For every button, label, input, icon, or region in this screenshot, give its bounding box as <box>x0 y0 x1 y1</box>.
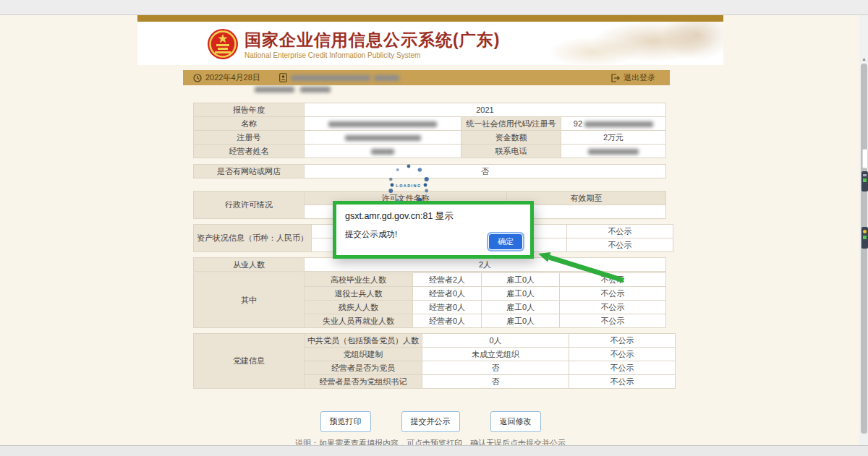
clock-icon <box>193 74 202 82</box>
field-label: 经营者姓名 <box>194 145 305 158</box>
redacted-entity-name <box>291 75 370 81</box>
report-year-value: 2021 <box>305 103 666 117</box>
site-title-block: 国家企业信用信息公示系统(广东) National Enterprise Cre… <box>244 30 500 59</box>
section-label: 行政许可情况 <box>194 192 305 219</box>
redacted-entity-name-line2 <box>255 87 294 93</box>
field-label: 统一社会信用代码/注册号 <box>461 117 561 131</box>
section-label: 其中 <box>194 273 305 328</box>
alert-dialog: gsxt.amr.gd.gov.cn:81 显示 提交公示成功! 确定 <box>333 201 534 259</box>
redacted-entity-type <box>374 75 399 81</box>
worker-count: 雇工0人 <box>482 287 560 301</box>
section-label: 党建信息 <box>194 334 305 389</box>
field-label: 退役士兵人数 <box>305 287 413 301</box>
visibility-status: 不公示 <box>569 361 676 375</box>
field-label: 名称 <box>194 117 305 131</box>
table-row: 名称 统一社会信用代码/注册号 92 <box>194 117 666 131</box>
redacted-text <box>328 121 437 127</box>
badge-green-icon <box>863 178 867 182</box>
annotation-arrow <box>527 247 635 287</box>
logged-in-entity <box>279 73 399 82</box>
field-label: 中共党员（包括预备党员）人数 <box>305 334 422 348</box>
table-row: 注册号 资金数额 2万元 <box>194 131 666 145</box>
party-info-table: 党建信息 中共党员（包括预备党员）人数 0人 不公示 党组织建制 未成立党组织 … <box>193 333 676 389</box>
field-label: 注册号 <box>194 131 305 145</box>
field-label: 经营者是否为党组织书记 <box>305 375 422 389</box>
vertical-scrollbar-thumb[interactable] <box>861 64 867 434</box>
badge-green-icon <box>863 236 867 239</box>
site-header: 国家企业信用信息公示系统(广东) National Enterprise Cre… <box>137 22 723 65</box>
visibility-status: 不公示 <box>567 225 673 238</box>
operator-count: 经营者0人 <box>413 287 482 301</box>
preview-print-button[interactable]: 预览打印 <box>320 411 371 432</box>
redacted-operator-name <box>305 145 461 158</box>
site-title: 国家企业信用信息公示系统(广东) <box>244 30 500 49</box>
capital-amount-value: 2万元 <box>561 131 666 145</box>
badge-yellow-icon <box>863 230 867 233</box>
field-label: 是否有网站或网店 <box>194 165 305 178</box>
alert-source: gsxt.amr.gd.gov.cn:81 显示 <box>345 210 522 223</box>
site-subtitle: National Enterprise Credit Information P… <box>244 51 500 59</box>
table-row: 报告年度 2021 <box>194 103 666 117</box>
return-modify-button[interactable]: 返回修改 <box>490 411 541 432</box>
table-row: 党建信息 中共党员（包括预备党员）人数 0人 不公示 <box>194 334 676 348</box>
section-label: 资产状况信息（币种：人民币） <box>194 225 312 252</box>
visibility-status: 不公示 <box>560 301 666 314</box>
field-label: 联系电话 <box>461 145 561 158</box>
operator-count: 经营者0人 <box>413 301 482 314</box>
party-value: 0人 <box>422 334 569 348</box>
redacted-text <box>588 149 639 155</box>
redacted-entity-id-line2 <box>300 87 331 93</box>
visibility-status: 不公示 <box>560 314 666 328</box>
operator-count: 经营者0人 <box>413 314 482 328</box>
operator-count: 经营者2人 <box>413 273 482 287</box>
redacted-text <box>371 149 394 155</box>
table-row: 经营者姓名 联系电话 <box>194 145 666 158</box>
window-top-strip <box>0 0 868 15</box>
party-value: 否 <box>422 361 569 375</box>
field-label: 高校毕业生人数 <box>305 273 413 287</box>
field-label: 经营者是否为党员 <box>305 361 422 375</box>
redacted-text <box>584 121 653 127</box>
extension-badge[interactable] <box>861 171 868 192</box>
field-label: 从业人数 <box>194 258 305 272</box>
loading-text: LOADING <box>396 184 421 188</box>
field-label: 党组织建制 <box>305 348 422 361</box>
visibility-status: 不公示 <box>569 375 676 389</box>
submit-publish-button[interactable]: 提交并公示 <box>401 411 460 432</box>
logout-icon <box>610 74 620 82</box>
website-value: 否 <box>305 165 666 178</box>
badge-bar-icon <box>863 174 867 176</box>
id-card-icon <box>279 73 287 82</box>
party-value: 否 <box>422 375 569 389</box>
scroll-up-arrow-icon[interactable]: ▲ <box>861 56 867 61</box>
credit-code-prefix: 92 <box>574 119 582 128</box>
redacted-company-name <box>305 117 461 131</box>
date-display: 2022年4月28日 <box>193 72 260 83</box>
visibility-status: 不公示 <box>569 348 676 361</box>
party-value: 未成立党组织 <box>422 348 569 361</box>
worker-count: 雇工0人 <box>482 301 560 314</box>
alert-ok-button[interactable]: 确定 <box>488 233 523 250</box>
visibility-status: 不公示 <box>569 334 676 348</box>
field-label: 报告年度 <box>194 103 305 117</box>
user-toolbar: 2022年4月28日 退出登录 <box>183 70 670 85</box>
field-label: 资金数额 <box>461 131 561 145</box>
visibility-status: 不公示 <box>560 287 666 301</box>
credit-code-value: 92 <box>561 117 666 131</box>
redacted-registration-no <box>305 131 461 145</box>
national-emblem-icon <box>207 28 239 60</box>
redacted-phone <box>561 145 666 158</box>
logout-button[interactable]: 退出登录 <box>610 72 655 83</box>
extension-badge[interactable] <box>861 227 868 249</box>
edge-panel-button[interactable] <box>862 149 868 168</box>
header-top-gold-bar <box>137 15 723 22</box>
current-date: 2022年4月28日 <box>205 72 260 83</box>
great-wall-backdrop-image <box>550 22 723 65</box>
window-bottom-strip <box>0 445 868 456</box>
field-label: 失业人员再就业人数 <box>305 314 413 328</box>
basic-info-table: 报告年度 2021 名称 统一社会信用代码/注册号 92 注册号 资金数额 2万… <box>193 103 666 158</box>
logout-label: 退出登录 <box>624 72 655 83</box>
worker-count: 雇工0人 <box>482 314 560 328</box>
action-button-row: 预览打印 提交并公示 返回修改 <box>137 411 723 432</box>
redacted-text <box>345 135 421 141</box>
